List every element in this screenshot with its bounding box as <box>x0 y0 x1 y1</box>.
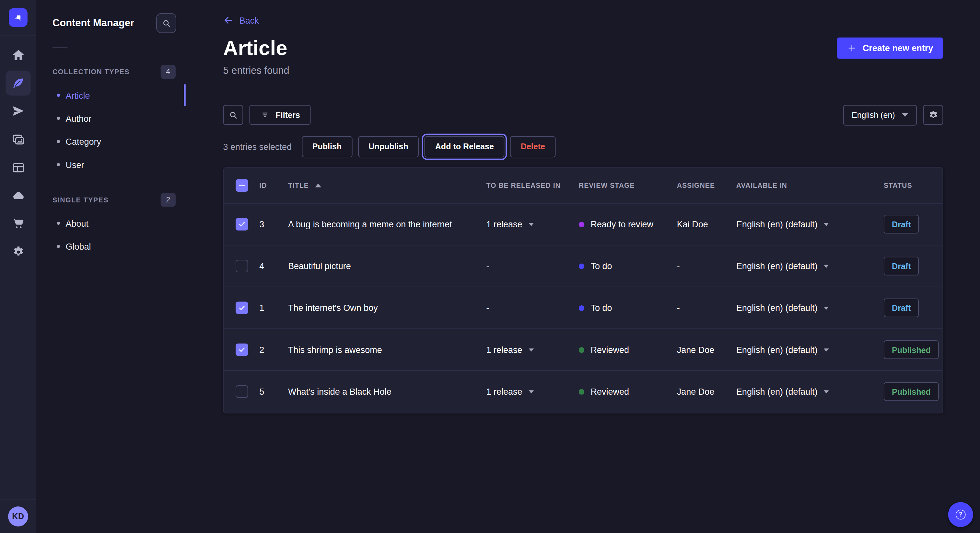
cell-review-stage: Ready to review <box>590 219 653 229</box>
content-manager-subnav: Content Manager COLLECTION TYPES 4 Artic… <box>36 0 186 533</box>
table-row[interactable]: 1 The internet's Own boy - To do - Engli… <box>224 287 942 329</box>
select-all-checkbox[interactable] <box>235 179 248 192</box>
subnav-item-author[interactable]: Author <box>36 107 186 130</box>
settings-icon[interactable] <box>5 239 30 264</box>
column-header-id: ID <box>259 182 267 189</box>
review-stage-dot <box>579 222 584 227</box>
table-row[interactable]: 2 This shrimp is awesome 1 release Revie… <box>224 329 942 371</box>
cell-available-in: English (en) (default) <box>736 303 818 313</box>
locale-select[interactable]: English (en) <box>843 105 917 125</box>
cell-assignee: - <box>671 287 730 329</box>
rail-footer: KD <box>0 499 36 533</box>
publish-button[interactable]: Publish <box>302 136 352 157</box>
cell-available-in: English (en) (default) <box>736 387 818 397</box>
cell-id: 2 <box>254 329 283 371</box>
cell-title: A bug is becoming a meme on the internet <box>283 203 480 245</box>
check-icon <box>238 220 246 228</box>
deploy-icon[interactable] <box>5 183 30 208</box>
help-button[interactable]: ? <box>948 502 973 527</box>
cell-review-stage: To do <box>590 303 612 313</box>
main-content: Back Article 5 entries found Create new … <box>186 0 980 533</box>
subnav-item-label: Global <box>65 241 91 251</box>
content-manager-icon[interactable] <box>5 71 30 95</box>
column-header-assignee: ASSIGNEE <box>677 182 715 189</box>
home-icon[interactable] <box>5 43 30 67</box>
view-settings-button[interactable] <box>923 105 943 125</box>
cell-review-stage: Reviewed <box>590 387 629 397</box>
row-checkbox[interactable] <box>235 218 248 230</box>
subnav-item-article[interactable]: Article <box>36 84 186 106</box>
cell-title: What's inside a Black Hole <box>283 371 480 412</box>
chevron-down-icon <box>902 113 908 117</box>
release-chevron-icon[interactable] <box>528 223 533 226</box>
subnav-search-button[interactable] <box>156 13 176 33</box>
marketplace-icon[interactable] <box>5 211 30 236</box>
cell-assignee: Jane Doe <box>671 371 730 412</box>
table-row[interactable]: 5 What's inside a Black Hole 1 release R… <box>224 371 942 412</box>
bullet-icon <box>57 140 60 143</box>
column-header-title[interactable]: TITLE <box>288 182 309 189</box>
content-type-builder-icon[interactable] <box>5 155 30 180</box>
available-chevron-icon[interactable] <box>824 306 829 309</box>
status-badge: Published <box>884 340 939 359</box>
check-icon <box>238 346 246 354</box>
releases-icon[interactable] <box>5 99 30 124</box>
subnav-item-about[interactable]: About <box>36 212 186 235</box>
entries-table-card: ID TITLE TO BE RELEASED IN REVIEW STAGE … <box>223 167 943 413</box>
delete-button[interactable]: Delete <box>510 136 556 157</box>
app-window: KD Content Manager COLLECTION TYPES 4 Ar… <box>0 0 980 533</box>
cell-id: 4 <box>254 245 283 287</box>
bullet-icon <box>57 222 60 225</box>
search-button[interactable] <box>223 105 243 125</box>
cell-title: Beautiful picture <box>283 245 480 287</box>
subnav-item-user[interactable]: User <box>36 153 186 176</box>
back-link[interactable]: Back <box>223 15 259 25</box>
strapi-logo[interactable] <box>9 8 27 27</box>
status-badge: Draft <box>884 257 919 276</box>
cell-release: 1 release <box>486 219 522 229</box>
filters-label: Filters <box>275 110 300 120</box>
available-chevron-icon[interactable] <box>824 223 829 226</box>
table-row[interactable]: 3 A bug is becoming a meme on the intern… <box>224 203 942 245</box>
bullet-icon <box>57 163 60 166</box>
add-to-release-button[interactable]: Add to Release <box>425 136 504 157</box>
user-avatar[interactable]: KD <box>8 506 28 526</box>
row-checkbox[interactable] <box>235 302 248 314</box>
review-stage-dot <box>579 305 584 311</box>
locale-value: English (en) <box>852 110 895 120</box>
row-checkbox[interactable] <box>235 344 248 356</box>
subnav-item-category[interactable]: Category <box>36 130 186 153</box>
logo-box <box>0 0 36 36</box>
available-chevron-icon[interactable] <box>824 265 829 268</box>
status-badge: Draft <box>884 298 919 317</box>
cell-assignee: Jane Doe <box>671 329 730 371</box>
media-library-icon[interactable] <box>5 127 30 152</box>
table-row[interactable]: 4 Beautiful picture - To do - English (e… <box>224 245 942 287</box>
available-chevron-icon[interactable] <box>824 348 829 351</box>
cell-available-in: English (en) (default) <box>736 219 818 229</box>
filters-button[interactable]: Filters <box>249 105 310 125</box>
available-chevron-icon[interactable] <box>824 390 829 393</box>
release-chevron-icon[interactable] <box>528 348 533 351</box>
arrow-left-icon <box>223 15 234 25</box>
cell-release: 1 release <box>486 345 522 355</box>
sort-ascending-icon[interactable] <box>315 184 321 187</box>
rail-icon-list <box>5 43 30 499</box>
subnav-item-global[interactable]: Global <box>36 235 186 258</box>
create-new-entry-button[interactable]: Create new entry <box>837 38 943 59</box>
check-icon <box>238 304 246 311</box>
unpublish-button[interactable]: Unpublish <box>358 136 419 157</box>
bullet-icon <box>57 94 60 97</box>
collection-types-list: Article Author Category User <box>36 84 186 176</box>
main-nav-rail: KD <box>0 0 36 533</box>
status-badge: Published <box>884 382 939 401</box>
column-header-available-in: AVAILABLE IN <box>736 182 787 189</box>
cell-release: 1 release <box>486 387 522 397</box>
row-checkbox[interactable] <box>235 260 248 273</box>
row-checkbox[interactable] <box>235 385 248 398</box>
entries-table: ID TITLE TO BE RELEASED IN REVIEW STAGE … <box>224 168 942 412</box>
release-chevron-icon[interactable] <box>528 390 533 393</box>
cell-available-in: English (en) (default) <box>736 261 818 271</box>
cell-assignee: Kai Doe <box>671 203 730 245</box>
column-header-review-stage: REVIEW STAGE <box>579 182 635 189</box>
